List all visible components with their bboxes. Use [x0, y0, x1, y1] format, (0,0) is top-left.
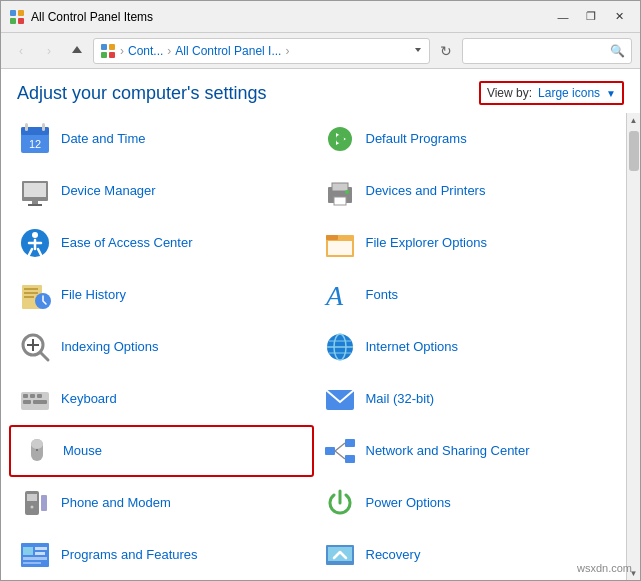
- breadcrumb-separator2: ›: [167, 44, 171, 58]
- breadcrumb-cont[interactable]: Cont...: [128, 44, 163, 58]
- item-ease-of-access[interactable]: Ease of Access Center: [9, 217, 314, 269]
- watermark: wsxdn.com: [577, 562, 632, 574]
- svg-rect-56: [325, 447, 335, 455]
- svg-line-60: [335, 451, 345, 459]
- svg-text:12: 12: [29, 138, 41, 150]
- svg-rect-34: [24, 296, 34, 298]
- item-file-history[interactable]: File History: [9, 269, 314, 321]
- svg-rect-72: [328, 547, 352, 561]
- svg-rect-51: [33, 400, 47, 404]
- view-by-label: View by:: [487, 86, 532, 100]
- back-button[interactable]: ‹: [9, 39, 33, 63]
- svg-rect-62: [27, 494, 37, 501]
- svg-rect-68: [35, 552, 45, 555]
- breadcrumb-all-control[interactable]: All Control Panel I...: [175, 44, 281, 58]
- view-by-arrow-icon: ▼: [606, 88, 616, 99]
- item-file-explorer-options[interactable]: File Explorer Options: [314, 217, 619, 269]
- search-input[interactable]: [469, 44, 610, 58]
- breadcrumb: › Cont... › All Control Panel I... ›: [93, 38, 430, 64]
- item-mouse[interactable]: Mouse: [9, 425, 314, 477]
- svg-line-38: [40, 352, 48, 360]
- svg-rect-12: [25, 123, 28, 131]
- phone-modem-icon: [19, 487, 51, 519]
- ease-of-access-icon: [19, 227, 51, 259]
- item-date-time[interactable]: 12Date and Time: [9, 113, 314, 165]
- scrollbar: ▲ ▼: [626, 113, 640, 580]
- maximize-button[interactable]: ❐: [578, 7, 604, 27]
- power-options-label: Power Options: [366, 495, 451, 512]
- title-bar: All Control Panel Items — ❐ ✕: [1, 1, 640, 33]
- item-fonts[interactable]: AFonts: [314, 269, 619, 321]
- item-mail-32bit[interactable]: Mail (32-bit): [314, 373, 619, 425]
- search-bar: 🔍: [462, 38, 632, 64]
- network-sharing-icon: [324, 435, 356, 467]
- svg-point-17: [336, 135, 344, 143]
- item-network-sharing[interactable]: Network and Sharing Center: [314, 425, 619, 477]
- refresh-button[interactable]: ↻: [434, 39, 458, 63]
- svg-rect-64: [41, 495, 47, 511]
- svg-rect-32: [24, 288, 38, 290]
- svg-rect-30: [328, 241, 352, 255]
- file-explorer-options-label: File Explorer Options: [366, 235, 487, 252]
- internet-options-label: Internet Options: [366, 339, 459, 356]
- svg-rect-66: [23, 547, 33, 555]
- svg-rect-33: [24, 292, 38, 294]
- keyboard-icon: [19, 383, 51, 415]
- svg-point-27: [32, 232, 38, 238]
- item-keyboard[interactable]: Keyboard: [9, 373, 314, 425]
- close-button[interactable]: ✕: [606, 7, 632, 27]
- item-indexing-options[interactable]: Indexing Options: [9, 321, 314, 373]
- item-power-options[interactable]: Power Options: [314, 477, 619, 529]
- default-programs-icon: [324, 123, 356, 155]
- forward-button[interactable]: ›: [37, 39, 61, 63]
- file-history-label: File History: [61, 287, 126, 304]
- breadcrumb-separator: ›: [120, 44, 124, 58]
- svg-rect-58: [345, 455, 355, 463]
- svg-marker-9: [415, 48, 421, 52]
- svg-rect-67: [35, 547, 47, 550]
- svg-rect-70: [23, 562, 41, 564]
- item-recovery[interactable]: Recovery: [314, 529, 619, 580]
- item-device-manager[interactable]: Device Manager: [9, 165, 314, 217]
- power-options-icon: [324, 487, 356, 519]
- scroll-thumb[interactable]: [629, 131, 639, 171]
- mail-32bit-icon: [324, 383, 356, 415]
- indexing-options-label: Indexing Options: [61, 339, 159, 356]
- programs-features-icon: [19, 539, 51, 571]
- item-internet-options[interactable]: Internet Options: [314, 321, 619, 373]
- ease-of-access-label: Ease of Access Center: [61, 235, 193, 252]
- page-title: Adjust your computer's settings: [17, 83, 267, 104]
- svg-point-63: [31, 506, 34, 509]
- view-by-selector[interactable]: View by: Large icons ▼: [479, 81, 624, 105]
- file-explorer-options-icon: [324, 227, 356, 259]
- scroll-track: [627, 127, 640, 566]
- internet-options-icon: [324, 331, 356, 363]
- breadcrumb-icon: [100, 43, 116, 59]
- main-window: All Control Panel Items — ❐ ✕ ‹ › › Cont…: [0, 0, 641, 581]
- nav-bar: ‹ › › Cont... › All Control Panel I... ›…: [1, 33, 640, 69]
- window-title: All Control Panel Items: [31, 10, 153, 24]
- svg-rect-0: [10, 10, 16, 16]
- svg-rect-29: [326, 235, 338, 240]
- fonts-icon: A: [324, 279, 356, 311]
- item-phone-modem[interactable]: Phone and Modem: [9, 477, 314, 529]
- item-programs-features[interactable]: Programs and Features: [9, 529, 314, 580]
- breadcrumb-dropdown-icon[interactable]: [413, 45, 423, 55]
- mouse-label: Mouse: [63, 443, 102, 460]
- breadcrumb-separator3: ›: [285, 44, 289, 58]
- view-by-value[interactable]: Large icons: [538, 86, 600, 100]
- up-button[interactable]: [65, 39, 89, 63]
- scroll-up-arrow[interactable]: ▲: [627, 113, 641, 127]
- device-manager-icon: [19, 175, 51, 207]
- item-devices-printers[interactable]: Devices and Printers: [314, 165, 619, 217]
- svg-line-59: [335, 443, 345, 451]
- keyboard-label: Keyboard: [61, 391, 117, 408]
- minimize-button[interactable]: —: [550, 7, 576, 27]
- svg-rect-8: [109, 52, 115, 58]
- svg-rect-47: [23, 394, 28, 398]
- svg-rect-24: [334, 197, 346, 205]
- item-default-programs[interactable]: Default Programs: [314, 113, 619, 165]
- svg-point-25: [345, 190, 349, 194]
- svg-rect-48: [30, 394, 35, 398]
- svg-text:A: A: [324, 280, 344, 311]
